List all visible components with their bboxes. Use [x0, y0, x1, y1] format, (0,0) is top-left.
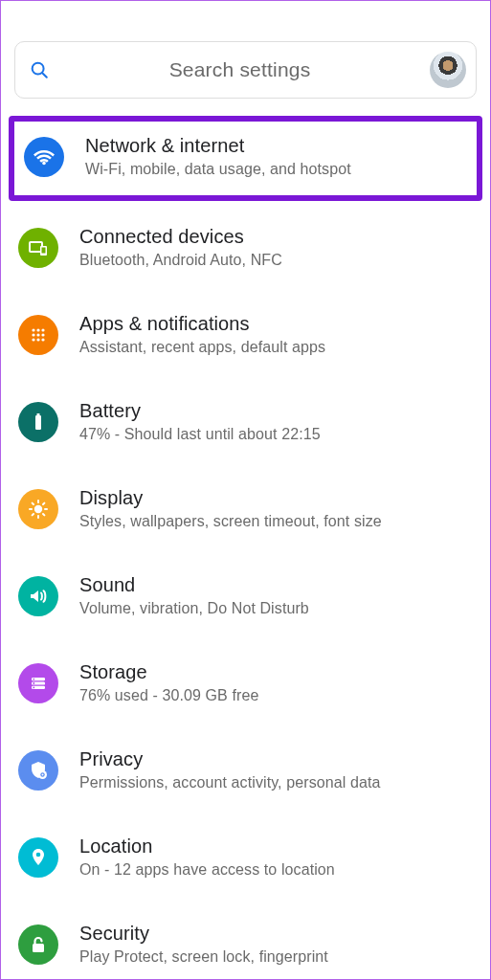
item-title: Battery	[79, 400, 473, 422]
svg-line-22	[33, 502, 33, 503]
svg-line-25	[43, 502, 44, 503]
svg-point-11	[41, 333, 44, 336]
svg-point-9	[32, 333, 34, 336]
svg-point-17	[34, 504, 42, 512]
item-subtitle: 76% used - 30.09 GB free	[79, 687, 473, 704]
item-subtitle: Play Protect, screen lock, fingerprint	[79, 948, 473, 966]
item-privacy[interactable]: Privacy Permissions, account activity, p…	[1, 733, 490, 807]
svg-rect-5	[42, 247, 46, 253]
item-subtitle: Volume, vibration, Do Not Disturb	[79, 600, 473, 617]
item-title: Storage	[79, 661, 473, 683]
storage-icon	[18, 663, 58, 703]
item-title: Security	[79, 923, 473, 945]
apps-icon	[18, 315, 58, 355]
item-subtitle: Bluetooth, Android Auto, NFC	[79, 252, 473, 269]
item-subtitle: 47% - Should last until about 22:15	[79, 426, 473, 443]
svg-point-14	[41, 338, 44, 341]
svg-point-31	[33, 686, 34, 688]
svg-rect-36	[33, 944, 44, 952]
item-subtitle: Assistant, recent apps, default apps	[79, 339, 473, 356]
svg-point-35	[36, 852, 41, 857]
item-title: Network & internet	[85, 135, 467, 157]
settings-list: Network & internet Wi-Fi, mobile, data u…	[1, 110, 490, 980]
item-connected-devices[interactable]: Connected devices Bluetooth, Android Aut…	[1, 211, 490, 284]
item-title: Connected devices	[79, 226, 473, 248]
sound-icon	[18, 576, 58, 616]
item-apps-notifications[interactable]: Apps & notifications Assistant, recent a…	[1, 298, 490, 371]
wifi-icon	[24, 137, 64, 177]
privacy-icon	[18, 750, 58, 791]
item-subtitle: Permissions, account activity, personal …	[79, 774, 473, 791]
item-subtitle: On - 12 apps have access to location	[79, 861, 473, 879]
svg-point-29	[33, 678, 34, 679]
devices-icon	[18, 228, 58, 268]
svg-point-6	[32, 328, 34, 331]
svg-line-23	[43, 514, 44, 515]
item-subtitle: Styles, wallpapers, screen timeout, font…	[79, 513, 473, 530]
location-icon	[18, 837, 58, 878]
item-title: Sound	[79, 574, 473, 596]
item-display[interactable]: Display Styles, wallpapers, screen timeo…	[1, 472, 490, 546]
item-subtitle: Wi-Fi, mobile, data usage, and hotspot	[85, 161, 467, 178]
svg-point-30	[33, 682, 34, 684]
item-title: Display	[79, 487, 473, 509]
item-sound[interactable]: Sound Volume, vibration, Do Not Disturb	[1, 559, 490, 633]
profile-avatar[interactable]	[430, 52, 466, 88]
item-title: Apps & notifications	[79, 313, 473, 335]
item-battery[interactable]: Battery 47% - Should last until about 22…	[1, 385, 490, 458]
svg-line-24	[33, 514, 33, 515]
item-title: Location	[79, 835, 473, 858]
svg-point-13	[36, 338, 39, 341]
search-placeholder: Search settings	[50, 58, 430, 81]
svg-point-12	[32, 338, 34, 341]
display-icon	[18, 489, 58, 529]
svg-rect-16	[37, 413, 40, 416]
item-storage[interactable]: Storage 76% used - 30.09 GB free	[1, 646, 490, 720]
svg-line-1	[42, 73, 47, 78]
svg-point-7	[36, 328, 39, 331]
search-bar[interactable]: Search settings	[14, 41, 477, 99]
svg-point-10	[36, 333, 39, 336]
item-network-internet[interactable]: Network & internet Wi-Fi, mobile, data u…	[14, 122, 477, 195]
item-security[interactable]: Security Play Protect, screen lock, fing…	[1, 907, 490, 980]
item-location[interactable]: Location On - 12 apps have access to loc…	[1, 820, 490, 894]
svg-point-2	[42, 161, 46, 165]
svg-rect-15	[35, 415, 41, 430]
battery-icon	[18, 402, 58, 442]
item-title: Privacy	[79, 748, 473, 770]
svg-point-8	[41, 328, 44, 331]
security-icon	[18, 924, 58, 965]
search-icon	[29, 59, 50, 80]
highlight-network-internet: Network & internet Wi-Fi, mobile, data u…	[9, 116, 482, 201]
svg-point-34	[42, 773, 44, 775]
